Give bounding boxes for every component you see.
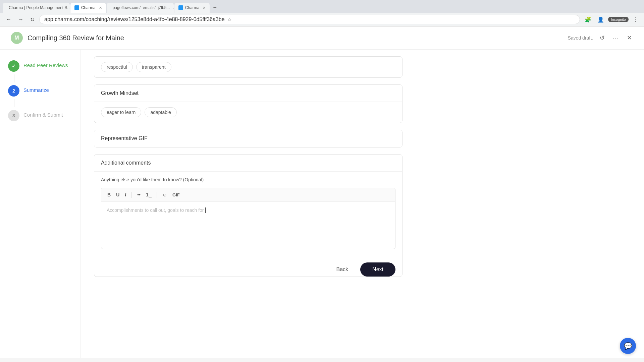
history-button[interactable]: ↺ (598, 33, 606, 43)
tab-1[interactable]: Charma | People Management S... ✕ (3, 3, 70, 13)
step-connector-2 (14, 99, 14, 107)
main-layout: ✓ Read Peer Reviews 2 Summarize 3 Confir… (0, 50, 644, 358)
extensions-button[interactable]: 🧩 (583, 15, 593, 24)
address-bar: ← → ↻ app.charma.com/coaching/reviews/12… (0, 13, 644, 26)
additional-comments-card: Additional comments Anything else you'd … (94, 154, 402, 277)
content-area: respectful transparent Growth Mindset ea… (80, 50, 416, 358)
url-bar[interactable]: app.charma.com/coaching/reviews/1253e8dd… (39, 15, 580, 24)
tag-eager-to-learn: eager to learn (101, 107, 141, 117)
step-connector-1 (14, 74, 14, 82)
tag-transparent: transparent (136, 62, 171, 72)
additional-comments-header: Additional comments (94, 155, 402, 172)
underline-button[interactable]: U (114, 191, 121, 199)
chat-icon: 💬 (624, 342, 632, 350)
italic-button[interactable]: I (123, 191, 128, 199)
sidebar: ✓ Read Peer Reviews 2 Summarize 3 Confir… (0, 50, 80, 358)
step-circle-1: ✓ (8, 60, 19, 72)
emoji-button[interactable]: ☺ (160, 191, 169, 199)
editor-placeholder: Accomplishments to call out, goals to re… (107, 207, 204, 213)
editor-toolbar: B U I •• 1⎯ ☺ GIF (101, 188, 395, 202)
sidebar-step-1[interactable]: ✓ Read Peer Reviews (8, 60, 72, 72)
profile-button[interactable]: 👤 (595, 15, 606, 24)
menu-button[interactable]: ⋮ (631, 15, 640, 24)
tab-1-label: Charma | People Management S... (9, 5, 70, 10)
reload-button[interactable]: ↻ (28, 15, 37, 24)
url-text: app.charma.com/coaching/reviews/1253e8dd… (44, 16, 225, 22)
back-nav-button[interactable]: ← (4, 15, 13, 24)
close-button[interactable]: ✕ (626, 33, 633, 43)
tag-adaptable: adaptable (145, 107, 177, 117)
growth-mindset-card: Growth Mindset eager to learn adaptable (94, 84, 402, 123)
sidebar-step-3[interactable]: 3 Confirm & Submit (8, 110, 72, 121)
tab-3[interactable]: pageflows.com/_emails/_j7fb5... ✕ (107, 3, 174, 13)
next-button[interactable]: Next (360, 262, 395, 277)
representative-gif-header: Representative GIF (94, 130, 402, 147)
tag-respectful: respectful (101, 62, 133, 72)
partial-tags-container: respectful transparent (94, 57, 402, 77)
step-label-1: Read Peer Reviews (23, 60, 68, 68)
new-tab-button[interactable]: + (210, 4, 219, 11)
forward-nav-button[interactable]: → (16, 15, 25, 24)
growth-mindset-header: Growth Mindset (94, 85, 402, 102)
tab-2-label: Charma (81, 5, 96, 10)
tab-4-close[interactable]: ✕ (203, 6, 206, 10)
tab-favicon-4 (178, 5, 183, 10)
tab-bar: Charma | People Management S... ✕ Charma… (0, 0, 644, 13)
step-label-2: Summarize (23, 85, 49, 93)
url-icons: ☆ (227, 17, 232, 22)
rich-text-editor[interactable]: B U I •• 1⎯ ☺ GIF Accomplishments to cal… (101, 188, 395, 249)
action-row: Back Next (94, 256, 402, 277)
back-button[interactable]: Back (330, 264, 355, 275)
app-container: M Compiling 360 Review for Maine Saved d… (0, 26, 644, 358)
tab-3-label: pageflows.com/_emails/_j7fb5... (113, 5, 170, 10)
browser-actions: 🧩 👤 Incognito ⋮ (583, 15, 640, 24)
growth-mindset-tags: eager to learn adaptable (94, 102, 402, 123)
toolbar-sep-2 (157, 192, 157, 198)
sidebar-step-2[interactable]: 2 Summarize (8, 85, 72, 97)
app-title: Compiling 360 Review for Maine (28, 34, 568, 42)
representative-gif-card: Representative GIF (94, 130, 402, 147)
optional-question-label: Anything else you'd like them to know? (… (94, 172, 402, 188)
star-icon[interactable]: ☆ (227, 17, 232, 22)
step-label-3: Confirm & Submit (23, 110, 63, 118)
support-chat-button[interactable]: 💬 (620, 338, 636, 354)
editor-body[interactable]: Accomplishments to call out, goals to re… (101, 202, 395, 249)
editor-cursor (205, 207, 206, 213)
partial-tags-card: respectful transparent (94, 56, 402, 78)
gif-button[interactable]: GIF (170, 191, 182, 199)
bold-button[interactable]: B (105, 191, 113, 199)
tab-4[interactable]: Charma ✕ (174, 3, 210, 13)
more-options-button[interactable]: ⋯ (611, 33, 620, 43)
saved-draft-text: Saved draft. (568, 35, 593, 41)
numbered-list-button[interactable]: 1⎯ (144, 191, 153, 199)
app-header: M Compiling 360 Review for Maine Saved d… (0, 26, 644, 50)
toolbar-sep-1 (131, 192, 132, 198)
step-circle-3: 3 (8, 110, 19, 121)
app-logo: M (11, 32, 23, 44)
header-actions: Saved draft. ↺ ⋯ ✕ (568, 33, 634, 43)
tab-4-label: Charma (185, 5, 200, 10)
tab-3-close[interactable]: ✕ (173, 6, 173, 10)
step-circle-2: 2 (8, 85, 19, 97)
browser-chrome: Charma | People Management S... ✕ Charma… (0, 0, 644, 26)
tab-2-close[interactable]: ✕ (99, 6, 102, 10)
incognito-badge: Incognito (608, 17, 629, 22)
bullet-list-button[interactable]: •• (135, 191, 143, 199)
tab-favicon-2 (74, 5, 79, 10)
tab-2[interactable]: Charma ✕ (70, 3, 106, 13)
